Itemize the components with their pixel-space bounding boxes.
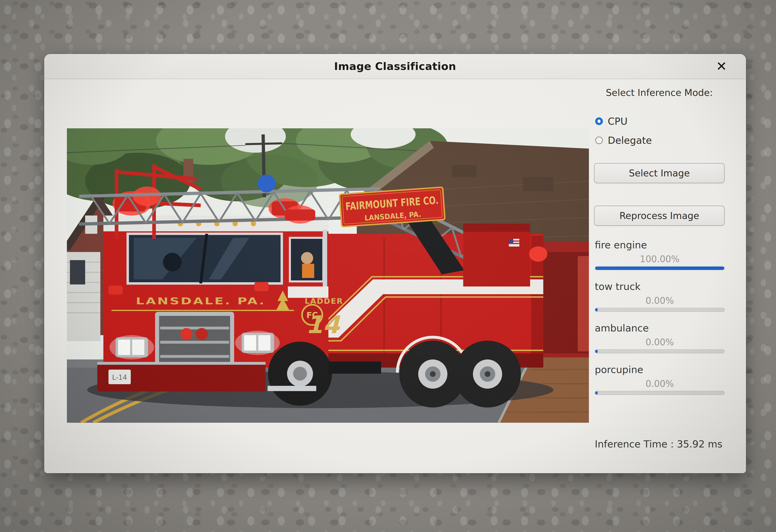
result-row: tow truck 0.00%	[594, 281, 725, 312]
confidence-bar	[595, 266, 725, 270]
confidence-bar-fill	[595, 391, 598, 394]
white-house	[67, 252, 101, 341]
result-row: porcupine 0.00%	[594, 364, 725, 395]
svg-text:L-14: L-14	[112, 373, 127, 381]
radio-delegate-label: Delegate	[608, 135, 652, 146]
radio-delegate[interactable]: Delegate	[595, 135, 725, 146]
result-percent: 0.00%	[595, 378, 725, 389]
confidence-bar-fill	[595, 267, 724, 270]
fire-truck-photo: LANSDALE. PA. 14	[67, 128, 589, 423]
close-button[interactable]: ✕	[713, 57, 730, 75]
radio-selected-icon[interactable]	[595, 118, 603, 125]
result-label: porcupine	[595, 364, 725, 375]
inference-time: Inference Time : 35.92 ms	[594, 438, 725, 450]
result-row: fire engine 100.00%	[594, 239, 725, 270]
close-icon: ✕	[716, 59, 727, 74]
select-image-button[interactable]: Select Image	[594, 163, 725, 183]
radio-unselected-icon[interactable]	[595, 137, 603, 144]
confidence-bar-fill	[595, 350, 598, 353]
door-ladder-text: LADDER	[305, 297, 343, 306]
result-row: ambulance 0.00%	[594, 322, 725, 353]
result-percent: 0.00%	[595, 296, 725, 306]
control-panel: Select Inference Mode: CPU Delegate Sele…	[594, 79, 725, 473]
confidence-bar-fill	[595, 308, 598, 311]
reprocess-image-button[interactable]: Reprocess Image	[594, 206, 725, 226]
ladder-banner: FAIRMOUNT FIRE CO. LANSDALE, PA.	[340, 187, 445, 227]
result-label: fire engine	[595, 239, 725, 250]
door-number: 14	[306, 311, 341, 339]
inference-mode-radios: CPU Delegate	[595, 116, 725, 146]
confidence-bar	[595, 349, 725, 353]
title-bar: Image Classification ✕	[44, 54, 746, 79]
truck-front-text: LANSDALE. PA.	[136, 296, 265, 307]
confidence-bar	[595, 391, 725, 395]
result-label: tow truck	[595, 281, 725, 292]
result-label: ambulance	[595, 322, 725, 334]
inference-mode-label: Select Inference Mode:	[594, 87, 725, 98]
radio-cpu-label: CPU	[608, 116, 628, 127]
radio-cpu[interactable]: CPU	[595, 116, 725, 127]
classification-results: fire engine 100.00% tow truck 0.00% ambu…	[594, 239, 725, 405]
classified-image: LANSDALE. PA. 14	[67, 128, 589, 423]
page-title: Image Classification	[334, 60, 456, 72]
result-percent: 100.00%	[595, 254, 725, 264]
confidence-bar	[595, 308, 725, 312]
ladder-pedestal	[463, 224, 530, 287]
app-window: Image Classification ✕	[44, 54, 746, 473]
result-percent: 0.00%	[595, 337, 725, 347]
